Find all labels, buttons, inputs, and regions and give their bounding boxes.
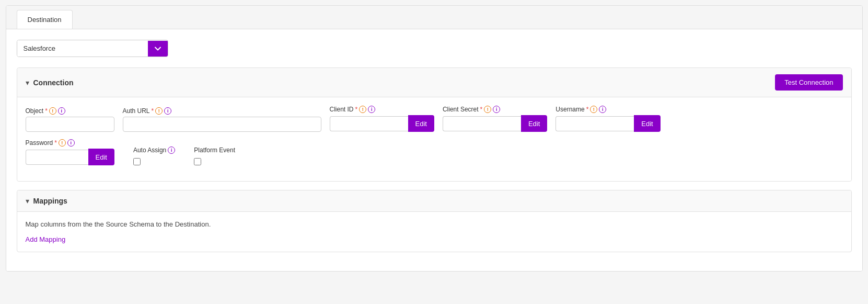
page-container: Destination Salesforce ▾ Connection xyxy=(6,5,863,272)
object-input[interactable] xyxy=(26,117,114,132)
password-label: Password * ! i xyxy=(26,139,114,147)
auth-url-warning-icon[interactable]: ! xyxy=(155,107,163,115)
mappings-section: ▾ Mappings Map columns from the the Sour… xyxy=(17,190,852,252)
client-secret-label: Client Secret * ! i xyxy=(443,106,547,113)
client-secret-required-star: * xyxy=(480,106,483,113)
username-edit-button[interactable]: Edit xyxy=(634,115,660,132)
client-secret-edit-button[interactable]: Edit xyxy=(521,115,547,132)
platform-event-checkbox[interactable] xyxy=(194,158,201,165)
client-secret-field-group: Client Secret * ! i Edit xyxy=(443,106,547,132)
username-input-group: Edit xyxy=(555,115,660,132)
client-id-input-group: Edit xyxy=(330,115,434,132)
password-input[interactable] xyxy=(26,150,88,165)
client-id-info-icon[interactable]: i xyxy=(368,106,375,113)
password-required-star: * xyxy=(54,139,57,147)
platform-event-label: Platform Event xyxy=(194,147,235,154)
password-field-group: Password * ! i Edit xyxy=(26,139,114,165)
connection-fields-row-2: Password * ! i Edit Auto Assi xyxy=(26,139,843,165)
mappings-section-title: Mappings xyxy=(33,197,67,205)
connection-section: ▾ Connection Test Connection Object * ! … xyxy=(17,67,852,182)
mappings-chevron-icon[interactable]: ▾ xyxy=(26,197,29,205)
dropdown-value: Salesforce xyxy=(17,40,148,57)
object-label: Object * ! i xyxy=(26,107,114,115)
dropdown-toggle-button[interactable] xyxy=(148,41,168,57)
client-id-edit-button[interactable]: Edit xyxy=(408,115,434,132)
mappings-description: Map columns from the the Source Schema t… xyxy=(26,220,843,228)
password-input-group: Edit xyxy=(26,149,114,165)
client-id-required-star: * xyxy=(355,106,358,113)
client-id-field-group: Client ID * ! i Edit xyxy=(330,106,434,132)
dropdown-row: Salesforce xyxy=(17,40,852,57)
username-label: Username * ! i xyxy=(555,106,660,113)
connection-chevron-icon[interactable]: ▾ xyxy=(26,78,29,87)
chevron-down-icon xyxy=(154,45,161,52)
client-secret-input-group: Edit xyxy=(443,115,547,132)
connection-section-body: Object * ! i Auth URL * ! i xyxy=(17,97,851,181)
object-info-icon[interactable]: i xyxy=(58,107,65,115)
connection-section-header-left: ▾ Connection xyxy=(26,78,74,87)
client-secret-warning-icon[interactable]: ! xyxy=(484,106,491,113)
auth-url-input[interactable] xyxy=(123,117,321,132)
destination-tab[interactable]: Destination xyxy=(17,10,73,29)
client-secret-info-icon[interactable]: i xyxy=(493,106,500,113)
auth-url-info-icon[interactable]: i xyxy=(164,107,171,115)
username-warning-icon[interactable]: ! xyxy=(590,106,597,113)
auto-assign-field-group: Auto Assign i xyxy=(123,147,175,165)
platform-event-field-group: Platform Event xyxy=(183,147,235,165)
client-id-warning-icon[interactable]: ! xyxy=(359,106,366,113)
username-field-group: Username * ! i Edit xyxy=(555,106,660,132)
username-info-icon[interactable]: i xyxy=(599,106,606,113)
object-warning-icon[interactable]: ! xyxy=(49,107,56,115)
username-input[interactable] xyxy=(555,116,634,131)
client-id-input[interactable] xyxy=(330,116,408,131)
connection-section-title: Connection xyxy=(33,78,74,87)
auth-url-required-star: * xyxy=(152,107,154,115)
destination-dropdown[interactable]: Salesforce xyxy=(17,40,168,57)
mappings-section-header-left: ▾ Mappings xyxy=(26,197,67,205)
client-id-label: Client ID * ! i xyxy=(330,106,434,113)
auto-assign-label: Auto Assign i xyxy=(133,147,175,154)
mappings-section-header: ▾ Mappings xyxy=(17,190,851,212)
object-field-group: Object * ! i xyxy=(26,107,114,132)
connection-fields-row-1: Object * ! i Auth URL * ! i xyxy=(26,106,843,132)
auto-assign-checkbox[interactable] xyxy=(133,158,141,165)
username-required-star: * xyxy=(586,106,589,113)
auto-assign-info-icon[interactable]: i xyxy=(168,147,175,154)
tab-bar: Destination xyxy=(6,6,862,29)
password-edit-button[interactable]: Edit xyxy=(88,149,114,165)
client-secret-input[interactable] xyxy=(443,116,521,131)
object-required-star: * xyxy=(45,107,48,115)
auth-url-field-group: Auth URL * ! i xyxy=(123,107,321,132)
password-warning-icon[interactable]: ! xyxy=(59,139,66,147)
password-info-icon[interactable]: i xyxy=(67,139,75,147)
main-content: Salesforce ▾ Connection Test Connection xyxy=(6,29,862,271)
test-connection-button[interactable]: Test Connection xyxy=(775,74,842,91)
connection-section-header: ▾ Connection Test Connection xyxy=(17,68,851,97)
mappings-section-body: Map columns from the the Source Schema t… xyxy=(17,212,851,252)
auth-url-label: Auth URL * ! i xyxy=(123,107,321,115)
add-mapping-link[interactable]: Add Mapping xyxy=(26,235,66,243)
